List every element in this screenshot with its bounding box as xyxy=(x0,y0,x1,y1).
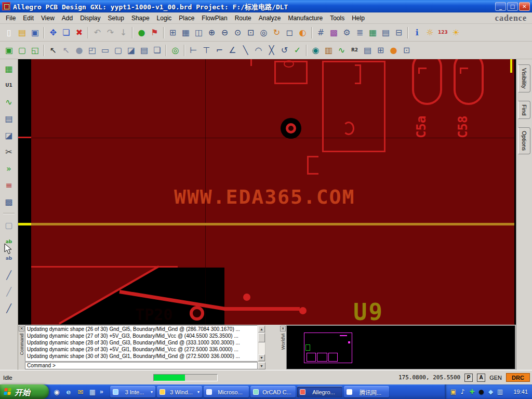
command-input[interactable]: Command > xyxy=(25,362,258,369)
capacitor-outline-c58[interactable] xyxy=(454,59,484,105)
scroll-up-icon[interactable]: ▲ xyxy=(258,326,265,332)
pin-grid-icon[interactable]: ⊞ xyxy=(374,44,387,57)
taskbar-task-6[interactable]: 腾讯网... xyxy=(344,386,389,397)
taskbar-task-4[interactable]: OrCAD C... xyxy=(250,386,296,397)
application-mode-button[interactable]: A xyxy=(477,374,485,382)
measure-icon[interactable]: ⊢ xyxy=(187,44,200,57)
menu-view[interactable]: View xyxy=(37,13,58,23)
route-slant3-icon[interactable]: ╱ xyxy=(3,302,16,315)
daylight-icon[interactable]: ☀ xyxy=(449,26,462,39)
shape-edit-icon[interactable]: ◪ xyxy=(3,129,16,142)
tray-shield-icon[interactable]: ✚ xyxy=(468,388,476,396)
shape-rect-icon[interactable]: ◱ xyxy=(29,44,42,57)
numbers-icon[interactable]: 123 xyxy=(436,26,449,39)
select-box-icon[interactable]: ▢ xyxy=(3,219,16,232)
world-view-map[interactable] xyxy=(286,325,515,369)
quicklaunch-overflow-icon[interactable]: » xyxy=(100,388,105,395)
scroll-thumb[interactable] xyxy=(258,333,265,342)
pattern-icon[interactable]: ▩ xyxy=(3,195,16,208)
check-icon[interactable]: ✓ xyxy=(291,44,304,57)
menu-file[interactable]: File xyxy=(2,13,19,23)
menu-logic[interactable]: Logic xyxy=(153,13,176,23)
waveform-icon[interactable]: ∿ xyxy=(3,96,16,109)
open-drawing-icon[interactable]: ▤ xyxy=(16,26,29,39)
component-outline-large[interactable] xyxy=(322,61,385,152)
setup-board-icon[interactable]: ▦ xyxy=(179,26,192,39)
tray-update-icon[interactable]: ▣ xyxy=(449,388,457,396)
signal-probe-icon[interactable]: ∿ xyxy=(335,44,348,57)
menu-route[interactable]: Route xyxy=(231,13,255,23)
menu-flowplan[interactable]: FlowPlan xyxy=(198,13,231,23)
cut-icon[interactable]: ✂ xyxy=(3,145,16,158)
refdes-tp20[interactable]: TP20 xyxy=(135,305,172,324)
rect-tool-icon[interactable]: ▭ xyxy=(99,44,112,57)
zoom-points-icon[interactable]: ⊙ xyxy=(231,26,244,39)
menu-help[interactable]: Help xyxy=(348,13,368,23)
dot-icon[interactable]: ● xyxy=(387,44,400,57)
drc-status-badge[interactable]: DRC xyxy=(506,373,530,382)
tab-options[interactable]: Options xyxy=(518,127,530,154)
via-1[interactable] xyxy=(243,294,250,301)
tab-visibility[interactable]: Visibility xyxy=(518,64,530,92)
start-button[interactable]: 开始 xyxy=(0,384,49,399)
minimize-button[interactable]: _ xyxy=(495,2,506,11)
gears-icon[interactable]: ⚙ xyxy=(340,26,353,39)
grid-icon[interactable]: ⊞ xyxy=(166,26,179,39)
symbol-u1-icon[interactable]: U1 xyxy=(3,79,16,92)
delete-icon[interactable]: ✖ xyxy=(73,26,86,39)
zoom-out-icon[interactable]: ⊖ xyxy=(218,26,231,39)
stack-icon[interactable]: ▤ xyxy=(138,44,151,57)
copy-icon[interactable]: ❏ xyxy=(60,26,73,39)
menu-place[interactable]: Place xyxy=(175,13,198,23)
route-track-horizontal[interactable] xyxy=(31,223,514,225)
properties-icon[interactable]: ⊟ xyxy=(392,26,405,39)
report-icon[interactable]: ▤ xyxy=(3,112,16,125)
tray-qq-icon[interactable]: ● xyxy=(477,388,485,396)
layer-stack-icon[interactable]: ▤ xyxy=(361,44,374,57)
layers-icon[interactable]: ▤ xyxy=(379,26,392,39)
menu-edit[interactable]: Edit xyxy=(19,13,37,23)
capacitor-outline-c5a[interactable] xyxy=(412,59,442,105)
via-ring-pad[interactable] xyxy=(286,123,296,134)
spreadsheet-icon[interactable]: ▦ xyxy=(366,26,379,39)
worldview-viewport-rect[interactable] xyxy=(305,344,310,351)
color-dialog-icon[interactable]: ▩ xyxy=(327,26,340,39)
menu-tools[interactable]: Tools xyxy=(326,13,348,23)
tab-find[interactable]: Find xyxy=(518,101,530,119)
pick-alt-icon[interactable]: ↖ xyxy=(60,44,73,57)
via-2[interactable] xyxy=(299,307,307,314)
chamfer-icon[interactable]: ⌐ xyxy=(213,44,226,57)
angle-icon[interactable]: ∠ xyxy=(226,44,239,57)
menu-shape[interactable]: Shape xyxy=(128,13,153,23)
refdes-icon[interactable]: R2 xyxy=(348,44,361,57)
new-drawing-icon[interactable]: ▯ xyxy=(3,26,16,39)
pick-mode-button[interactable]: P xyxy=(464,374,473,382)
grid-toggle-icon[interactable]: # xyxy=(314,26,327,39)
menu-manufacture[interactable]: Manufacture xyxy=(284,13,326,23)
tray-msg-icon[interactable]: ◆ xyxy=(487,388,495,396)
quicklaunch-desktop-icon[interactable]: ▦ xyxy=(88,387,97,396)
pcb-canvas[interactable]: C5a C58 WWW.EDA365.COM TP20 U9 xyxy=(18,59,516,325)
taskbar-task-5[interactable]: Allegro... xyxy=(297,386,342,397)
rounded-rect-icon[interactable]: ▢ xyxy=(112,44,125,57)
shape-select-icon[interactable]: ▣ xyxy=(3,44,16,57)
move-icon[interactable]: ✥ xyxy=(47,26,60,39)
padstack-icon[interactable]: ◫ xyxy=(192,26,205,39)
quicklaunch-ie-icon[interactable]: e xyxy=(64,387,73,396)
tip-icon[interactable]: ☼ xyxy=(423,26,436,39)
refdes-c58[interactable]: C58 xyxy=(456,104,470,138)
overlap-icon[interactable]: ❏ xyxy=(151,44,164,57)
library-icon[interactable]: ▥ xyxy=(322,44,335,57)
zoom-in-icon[interactable]: ⊕ xyxy=(205,26,218,39)
zoom-world-icon[interactable]: ◎ xyxy=(257,26,270,39)
cross-section-icon[interactable]: ≣ xyxy=(353,26,366,39)
taskbar-task-2[interactable]: 3 Wind...▾ xyxy=(157,386,202,397)
list-icon[interactable]: ≡ xyxy=(3,179,16,192)
shape-polygon-icon[interactable]: ▢ xyxy=(16,44,29,57)
line-tool-icon[interactable]: ╲ xyxy=(239,44,252,57)
shadow-mode-icon[interactable]: ◐ xyxy=(296,26,309,39)
tray-volume-icon[interactable]: ♪ xyxy=(459,388,467,396)
save-drawing-icon[interactable]: ▣ xyxy=(29,26,42,39)
worldview-close-icon[interactable]: ✕ xyxy=(280,326,286,331)
route-slant-icon[interactable]: ╱ xyxy=(3,269,16,282)
